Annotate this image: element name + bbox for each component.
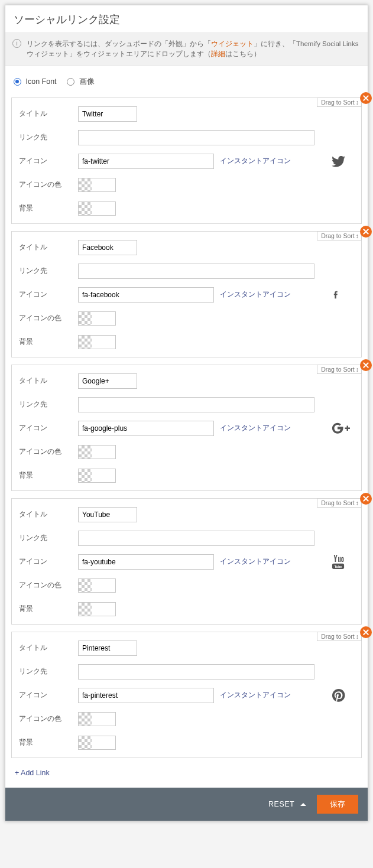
- background-color-picker[interactable]: [78, 201, 116, 216]
- info-widget-word: ウイジェット: [211, 40, 254, 47]
- title-input[interactable]: [78, 240, 137, 255]
- remove-button[interactable]: [360, 92, 372, 104]
- remove-button[interactable]: [360, 226, 372, 238]
- info-icon: i: [12, 39, 21, 48]
- youtube-icon: Tube: [332, 554, 348, 570]
- info-bar: i リンクを表示するには、ダッシュボードの「外観」から「ウイジェット」に行き、「…: [5, 32, 368, 66]
- icon-label: アイコン: [19, 423, 78, 433]
- social-link-block: Drag to Sort↕ タイトル リンク先 アイコン インスタントアイコン …: [11, 97, 362, 224]
- icon-input[interactable]: [78, 554, 214, 570]
- info-text-3: はこちら）: [225, 50, 261, 57]
- drag-label: Drag to Sort: [321, 232, 355, 239]
- remove-button[interactable]: [360, 359, 372, 371]
- svg-text:Tube: Tube: [335, 564, 342, 568]
- drag-label: Drag to Sort: [321, 366, 355, 373]
- instant-icon-link[interactable]: インスタントアイコン: [220, 156, 291, 166]
- drag-handle[interactable]: Drag to Sort↕: [317, 632, 362, 641]
- link-input[interactable]: [78, 397, 314, 412]
- drag-handle[interactable]: Drag to Sort↕: [317, 97, 362, 107]
- title-input[interactable]: [78, 641, 137, 656]
- title-label: タイトル: [19, 109, 78, 119]
- remove-button[interactable]: [360, 626, 372, 638]
- info-text-1: リンクを表示するには、ダッシュボードの「外観」から「: [27, 40, 211, 47]
- title-label: タイトル: [19, 242, 78, 252]
- radio-image-label: 画像: [79, 77, 95, 86]
- drag-handle[interactable]: Drag to Sort↕: [317, 365, 362, 374]
- icon-color-picker[interactable]: [78, 178, 116, 192]
- icon-color-label: アイコンの色: [19, 313, 78, 323]
- social-links-panel: ソーシャルリンク設定 i リンクを表示するには、ダッシュボードの「外観」から「ウ…: [5, 5, 368, 821]
- background-label: 背景: [19, 470, 78, 480]
- facebook-icon: [332, 287, 348, 303]
- background-label: 背景: [19, 203, 78, 213]
- panel-title: ソーシャルリンク設定: [5, 5, 368, 32]
- link-input[interactable]: [78, 664, 314, 680]
- title-label: タイトル: [19, 643, 78, 653]
- icon-input[interactable]: [78, 154, 214, 169]
- link-label: リンク先: [19, 533, 78, 543]
- icon-input[interactable]: [78, 287, 214, 303]
- social-link-block: Drag to Sort↕ タイトル リンク先 アイコン インスタントアイコン …: [11, 231, 362, 357]
- chevron-up-icon: [300, 803, 306, 806]
- title-label: タイトル: [19, 509, 78, 519]
- info-detail-link[interactable]: 詳細: [211, 50, 225, 57]
- link-label: リンク先: [19, 266, 78, 276]
- remove-button[interactable]: [360, 493, 372, 505]
- googleplus-icon: [332, 422, 348, 434]
- link-input[interactable]: [78, 531, 314, 546]
- icon-color-picker[interactable]: [78, 445, 116, 459]
- link-input[interactable]: [78, 130, 314, 145]
- background-color-picker[interactable]: [78, 736, 116, 750]
- icon-color-label: アイコンの色: [19, 580, 78, 590]
- title-input[interactable]: [78, 106, 137, 122]
- twitter-icon: [332, 154, 348, 168]
- instant-icon-link[interactable]: インスタントアイコン: [220, 423, 291, 433]
- reset-label: RESET: [268, 800, 294, 808]
- background-color-picker[interactable]: [78, 602, 116, 616]
- footer-bar: RESET 保存: [5, 788, 368, 821]
- radio-icon-font[interactable]: [14, 78, 21, 86]
- icon-color-picker[interactable]: [78, 578, 116, 593]
- icon-color-picker[interactable]: [78, 311, 116, 326]
- link-label: リンク先: [19, 399, 78, 409]
- drag-label: Drag to Sort: [321, 633, 355, 640]
- social-link-block: Drag to Sort↕ タイトル リンク先 アイコン インスタントアイコン …: [11, 498, 362, 625]
- icon-type-radio-group: Icon Font 画像: [5, 66, 368, 90]
- icon-color-label: アイコンの色: [19, 180, 78, 190]
- drag-label: Drag to Sort: [321, 99, 355, 106]
- add-link-button[interactable]: + Add Link: [5, 765, 368, 788]
- title-label: タイトル: [19, 376, 78, 386]
- icon-input[interactable]: [78, 688, 214, 703]
- drag-handle[interactable]: Drag to Sort↕: [317, 231, 362, 240]
- pinterest-icon: [332, 688, 348, 703]
- icon-color-label: アイコンの色: [19, 714, 78, 724]
- link-label: リンク先: [19, 132, 78, 142]
- icon-label: アイコン: [19, 290, 78, 300]
- background-label: 背景: [19, 737, 78, 747]
- icon-label: アイコン: [19, 690, 78, 700]
- link-label: リンク先: [19, 667, 78, 677]
- title-input[interactable]: [78, 373, 137, 389]
- reset-button[interactable]: RESET: [268, 800, 306, 808]
- save-button[interactable]: 保存: [317, 795, 358, 814]
- icon-input[interactable]: [78, 421, 214, 436]
- background-label: 背景: [19, 604, 78, 614]
- background-color-picker[interactable]: [78, 469, 116, 483]
- link-input[interactable]: [78, 264, 314, 279]
- icon-color-picker[interactable]: [78, 712, 116, 726]
- title-input[interactable]: [78, 507, 137, 522]
- social-link-block: Drag to Sort↕ タイトル リンク先 アイコン インスタントアイコン …: [11, 632, 362, 758]
- background-label: 背景: [19, 337, 78, 347]
- instant-icon-link[interactable]: インスタントアイコン: [220, 290, 291, 300]
- radio-image[interactable]: [67, 78, 74, 86]
- social-link-block: Drag to Sort↕ タイトル リンク先 アイコン インスタントアイコン …: [11, 365, 362, 491]
- icon-label: アイコン: [19, 557, 78, 567]
- instant-icon-link[interactable]: インスタントアイコン: [220, 690, 291, 700]
- radio-icon-font-label: Icon Font: [25, 77, 56, 86]
- instant-icon-link[interactable]: インスタントアイコン: [220, 557, 291, 567]
- drag-handle[interactable]: Drag to Sort↕: [317, 498, 362, 508]
- icon-color-label: アイコンの色: [19, 447, 78, 457]
- icon-label: アイコン: [19, 156, 78, 166]
- drag-label: Drag to Sort: [321, 499, 355, 506]
- background-color-picker[interactable]: [78, 335, 116, 349]
